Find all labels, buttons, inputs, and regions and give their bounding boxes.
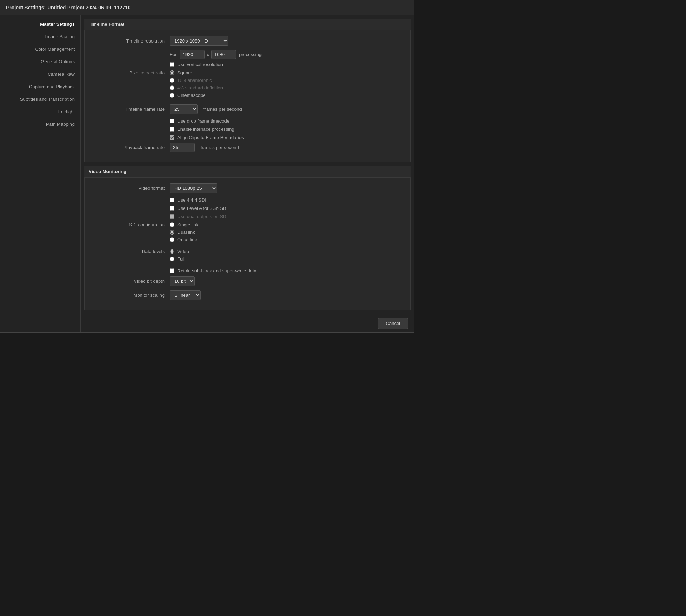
video-bit-depth-row: Video bit depth 8 bit 10 bit 12 bit xyxy=(93,276,402,286)
playback-framerate-control: frames per second xyxy=(170,143,402,152)
data-levels-full-row: Full xyxy=(170,256,189,262)
par-43-radio[interactable] xyxy=(170,85,174,90)
video-bit-depth-control: 8 bit 10 bit 12 bit xyxy=(170,276,402,286)
playback-framerate-label: Playback frame rate xyxy=(93,145,165,150)
height-input[interactable]: 1080 xyxy=(211,50,236,59)
timeline-framerate-control: 23.976 24 25 29.97 30 50 59.94 60 frames… xyxy=(170,104,402,114)
timeline-resolution-control: 1920 x 1080 HD 720 x 480 NTSC 720 x 576 … xyxy=(170,36,402,46)
timeline-framerate-label: Timeline frame rate xyxy=(93,107,165,112)
use-vertical-resolution-label[interactable]: Use vertical resolution xyxy=(177,62,223,67)
timeline-format-title: Timeline Format xyxy=(84,19,411,30)
sidebar-item-subtitles[interactable]: Subtitles and Transcription xyxy=(0,93,80,105)
timeline-format-section: Timeline Format Timeline resolution 1920… xyxy=(84,19,411,162)
use-444-sdi-checkbox[interactable] xyxy=(170,198,174,202)
sidebar-item-master-settings[interactable]: Master Settings xyxy=(0,18,80,30)
drop-frame-timecode-label[interactable]: Use drop frame timecode xyxy=(177,118,229,124)
sdi-single-link-radio[interactable] xyxy=(170,222,174,227)
retain-subblack-label[interactable]: Retain sub-black and super-white data xyxy=(177,268,257,273)
data-levels-video-row: Video xyxy=(170,249,189,254)
main-content: Timeline Format Timeline resolution 1920… xyxy=(81,15,414,332)
monitor-scaling-row: Monitor scaling Bilinear Bicubic Lanczos xyxy=(93,290,402,300)
sidebar-item-image-scaling[interactable]: Image Scaling xyxy=(0,30,80,43)
timeline-resolution-row: Timeline resolution 1920 x 1080 HD 720 x… xyxy=(93,36,402,46)
enable-interlace-row: Enable interlace processing xyxy=(93,127,402,132)
timeline-format-body: Timeline resolution 1920 x 1080 HD 720 x… xyxy=(84,30,411,162)
par-43-row: 4:3 standard definition xyxy=(170,85,223,90)
x-label: x xyxy=(207,52,209,57)
video-format-control: HD 720p 50 HD 1080p 24 HD 1080p 25 HD 10… xyxy=(170,183,402,193)
use-dual-outputs-row: Use dual outputs on SDI xyxy=(93,214,402,219)
par-43-label[interactable]: 4:3 standard definition xyxy=(177,85,223,90)
project-settings-window: Project Settings: Untitled Project 2024-… xyxy=(0,0,414,333)
playback-framerate-row: Playback frame rate frames per second xyxy=(93,143,402,152)
video-monitoring-title: Video Monitoring xyxy=(84,166,411,177)
drop-frame-timecode-checkbox[interactable] xyxy=(170,119,174,123)
drop-frame-timecode-row: Use drop frame timecode xyxy=(93,118,402,124)
timeline-resolution-select[interactable]: 1920 x 1080 HD 720 x 480 NTSC 720 x 576 … xyxy=(170,36,228,46)
sidebar-item-fairlight[interactable]: Fairlight xyxy=(0,105,80,118)
playback-framerate-input[interactable] xyxy=(170,143,195,152)
sdi-single-link-row: Single link xyxy=(170,222,198,227)
sdi-dual-link-radio[interactable] xyxy=(170,230,174,235)
enable-interlace-label[interactable]: Enable interlace processing xyxy=(177,127,234,132)
processing-label: processing xyxy=(239,52,262,57)
sidebar: Master SettingsImage ScalingColor Manage… xyxy=(0,15,81,332)
video-format-label: Video format xyxy=(93,186,165,191)
pixel-aspect-ratio-group: Square 16:9 anamorphic 4:3 standard defi… xyxy=(170,70,223,100)
video-monitoring-section: Video Monitoring Video format HD 720p 50… xyxy=(84,166,411,310)
use-level-a-checkbox[interactable] xyxy=(170,206,174,211)
sdi-quad-link-row: Quad link xyxy=(170,237,198,242)
video-format-select[interactable]: HD 720p 50 HD 1080p 24 HD 1080p 25 HD 10… xyxy=(170,183,217,193)
par-square-row: Square xyxy=(170,70,223,75)
align-clips-label[interactable]: Align Clips to Frame Boundaries xyxy=(177,135,244,140)
video-bit-depth-select[interactable]: 8 bit 10 bit 12 bit xyxy=(170,276,195,286)
sdi-config-group: Single link Dual link Quad link xyxy=(170,222,198,245)
sdi-config-label: SDI configuration xyxy=(93,222,165,227)
data-levels-video-label[interactable]: Video xyxy=(177,249,189,254)
sidebar-item-color-management[interactable]: Color Management xyxy=(0,43,80,55)
par-169-radio[interactable] xyxy=(170,78,174,83)
sdi-dual-link-row: Dual link xyxy=(170,230,198,235)
use-vertical-resolution-checkbox[interactable] xyxy=(170,62,174,67)
par-square-label[interactable]: Square xyxy=(177,70,192,75)
monitor-scaling-select[interactable]: Bilinear Bicubic Lanczos xyxy=(170,290,201,300)
retain-subblack-checkbox[interactable] xyxy=(170,268,174,273)
data-levels-full-label[interactable]: Full xyxy=(177,256,185,262)
retain-subblack-row: Retain sub-black and super-white data xyxy=(93,268,402,273)
sidebar-item-path-mapping[interactable]: Path Mapping xyxy=(0,118,80,130)
pixel-aspect-ratio-label: Pixel aspect ratio xyxy=(93,70,165,75)
width-input[interactable]: 1920 xyxy=(180,50,205,59)
par-169-label[interactable]: 16:9 anamorphic xyxy=(177,78,212,83)
par-square-radio[interactable] xyxy=(170,70,174,75)
use-444-sdi-label[interactable]: Use 4:4:4 SDI xyxy=(177,197,206,203)
data-levels-full-radio[interactable] xyxy=(170,257,174,261)
sidebar-item-general-options[interactable]: General Options xyxy=(0,55,80,68)
use-level-a-row: Use Level A for 3Gb SDI xyxy=(93,206,402,211)
monitor-scaling-control: Bilinear Bicubic Lanczos xyxy=(170,290,402,300)
align-clips-checkbox[interactable] xyxy=(170,135,174,140)
align-clips-row: Align Clips to Frame Boundaries xyxy=(93,135,402,140)
enable-interlace-checkbox[interactable] xyxy=(170,127,174,132)
par-cinemascope-row: Cinemascope xyxy=(170,93,223,98)
sdi-quad-link-label[interactable]: Quad link xyxy=(177,237,197,242)
sidebar-item-capture-playback[interactable]: Capture and Playback xyxy=(0,80,80,93)
data-levels-video-radio[interactable] xyxy=(170,249,174,254)
pixel-aspect-ratio-row: Pixel aspect ratio Square 16:9 anamorphi… xyxy=(93,70,402,100)
playback-fps-label: frames per second xyxy=(200,145,239,150)
video-monitoring-body: Video format HD 720p 50 HD 1080p 24 HD 1… xyxy=(84,177,411,310)
par-cinemascope-label[interactable]: Cinemascope xyxy=(177,93,206,98)
timeline-fps-label: frames per second xyxy=(203,107,242,112)
sidebar-item-camera-raw[interactable]: Camera Raw xyxy=(0,68,80,80)
resolution-processing-row: For 1920 x 1080 processing xyxy=(93,50,402,59)
monitor-scaling-label: Monitor scaling xyxy=(93,292,165,298)
video-format-row: Video format HD 720p 50 HD 1080p 24 HD 1… xyxy=(93,183,402,193)
use-level-a-label[interactable]: Use Level A for 3Gb SDI xyxy=(177,206,228,211)
data-levels-label: Data levels xyxy=(93,249,165,254)
cancel-button[interactable]: Cancel xyxy=(378,318,408,329)
sdi-single-link-label[interactable]: Single link xyxy=(177,222,198,227)
sdi-quad-link-radio[interactable] xyxy=(170,237,174,242)
par-cinemascope-radio[interactable] xyxy=(170,93,174,98)
sdi-dual-link-label[interactable]: Dual link xyxy=(177,230,195,235)
timeline-framerate-row: Timeline frame rate 23.976 24 25 29.97 3… xyxy=(93,104,402,114)
timeline-framerate-select[interactable]: 23.976 24 25 29.97 30 50 59.94 60 xyxy=(170,104,198,114)
